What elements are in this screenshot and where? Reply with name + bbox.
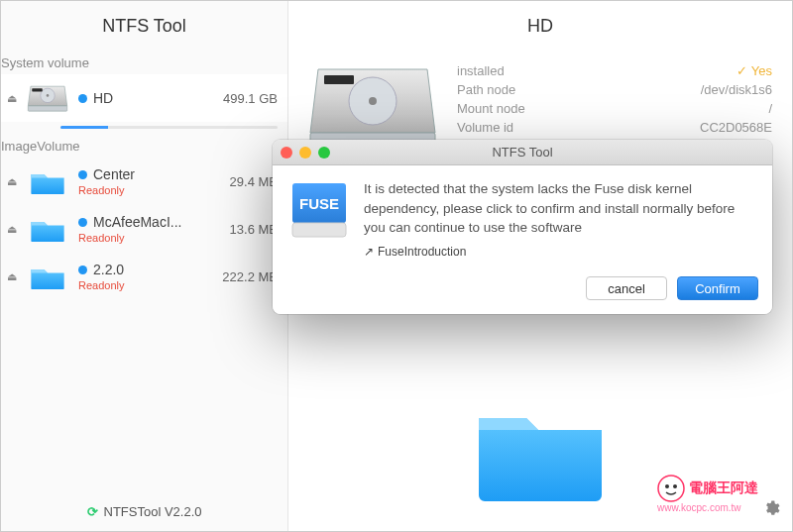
- fuse-icon: FUSE: [288, 179, 350, 241]
- disk-thumbnail: [308, 61, 437, 151]
- dialog-title: NTFS Tool: [273, 145, 772, 160]
- refresh-icon[interactable]: ⟳: [87, 504, 98, 519]
- svg-rect-3: [32, 88, 43, 91]
- svg-rect-7: [324, 75, 354, 84]
- readonly-label: Readonly: [78, 232, 230, 244]
- svg-point-2: [47, 94, 50, 97]
- status-dot: [78, 218, 87, 227]
- big-folder-icon[interactable]: [471, 398, 610, 511]
- volume-name: 2.2.0: [93, 262, 124, 277]
- volume-name: HD: [93, 90, 113, 106]
- volume-name: Center: [93, 166, 135, 182]
- status-dot: [78, 266, 87, 274]
- sidebar: NTFS Tool System volume ⏏: [1, 1, 288, 531]
- svg-point-6: [369, 97, 377, 105]
- sidebar-footer: ⟳ NTFSTool V2.2.0: [1, 492, 287, 531]
- gear-icon[interactable]: [762, 499, 780, 521]
- eject-icon[interactable]: ⏏: [7, 92, 21, 105]
- volume-item-mcafee[interactable]: ⏏ McAfeeMacI... Readonly 13.6 MB: [1, 205, 287, 253]
- volume-name: McAfeeMacI...: [93, 214, 181, 230]
- section-image-volume: ImageVolume: [1, 135, 287, 158]
- close-icon[interactable]: [281, 147, 292, 159]
- volume-size: 222.2 MB: [222, 269, 278, 284]
- cancel-button[interactable]: cancel: [586, 276, 667, 300]
- readonly-label: Readonly: [78, 279, 222, 291]
- section-system-volume: System volume: [1, 52, 287, 74]
- eject-icon[interactable]: ⏏: [7, 270, 21, 283]
- zoom-icon[interactable]: [318, 147, 330, 159]
- status-dot: [78, 94, 87, 103]
- volume-item-hd[interactable]: ⏏ HD 499.1 GB: [1, 74, 287, 122]
- installed-value: ✓ Yes: [736, 63, 772, 78]
- fuse-intro-link[interactable]: ↗ FuseIntroduction: [364, 244, 756, 261]
- volume-item-center[interactable]: ⏏ Center Readonly 29.4 MB: [1, 158, 287, 205]
- readonly-label: Readonly: [78, 184, 230, 196]
- minimize-icon[interactable]: [299, 147, 311, 159]
- main-title: HD: [288, 1, 792, 52]
- eject-icon[interactable]: ⏏: [7, 175, 21, 188]
- dialog-titlebar[interactable]: NTFS Tool: [273, 140, 772, 165]
- volume-list: System volume ⏏ HD: [1, 52, 287, 492]
- dialog-message: It is detected that the system lacks the…: [364, 179, 756, 238]
- svg-text:FUSE: FUSE: [299, 195, 339, 212]
- volume-usage-bar: [60, 126, 278, 129]
- sidebar-title: NTFS Tool: [1, 1, 287, 52]
- confirm-button[interactable]: Confirm: [677, 276, 758, 300]
- volume-size: 499.1 GB: [223, 91, 278, 106]
- folder-icon: [27, 259, 68, 294]
- volume-size: 29.4 MB: [230, 174, 278, 189]
- eject-icon[interactable]: ⏏: [7, 223, 21, 236]
- status-dot: [78, 170, 87, 179]
- folder-icon: [27, 211, 68, 247]
- folder-icon: [27, 163, 68, 199]
- link-arrow-icon: ↗: [364, 244, 374, 261]
- svg-rect-0: [28, 106, 66, 111]
- svg-rect-10: [292, 223, 346, 237]
- fuse-dialog: NTFS Tool FUSE It is detected that the s…: [273, 140, 772, 314]
- volume-item-220[interactable]: ⏏ 2.2.0 Readonly 222.2 MB: [1, 253, 287, 300]
- version-label: NTFSTool V2.2.0: [104, 504, 202, 519]
- hdd-icon: [27, 80, 68, 116]
- volume-size: 13.6 MB: [230, 222, 278, 237]
